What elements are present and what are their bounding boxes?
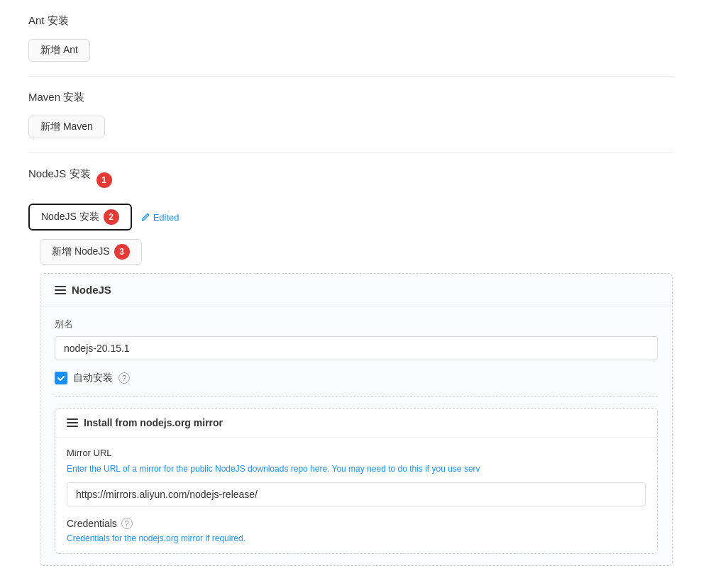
credentials-label-text: Credentials — [67, 518, 117, 529]
mirror-url-label: Mirror URL — [67, 448, 646, 458]
credentials-label-row: Credentials ? — [67, 518, 646, 529]
mirror-card-header: Install from nodejs.org mirror — [55, 409, 657, 438]
mirror-card-body: Mirror URL Enter the URL of a mirror for… — [55, 438, 657, 553]
nodejs-section-title-row: NodeJS 安装 1 — [28, 167, 673, 192]
add-nodejs-label: 新增 NodeJS — [52, 245, 110, 258]
check-icon — [57, 374, 65, 382]
auto-install-row: 自动安装 ? — [55, 372, 658, 396]
mirror-url-help: Enter the URL of a mirror for the public… — [67, 462, 646, 475]
auto-install-help-icon[interactable]: ? — [118, 372, 130, 384]
add-nodejs-row: 新增 NodeJS 3 — [40, 239, 673, 265]
nodejs-card-panel: NodeJS 别名 自动安装 ? — [40, 273, 673, 566]
add-nodejs-badge: 3 — [114, 244, 130, 260]
mirror-card-title: Install from nodejs.org mirror — [84, 417, 223, 428]
maven-section: Maven 安装 新增 Maven — [28, 77, 673, 153]
edited-label[interactable]: Edited — [140, 212, 180, 223]
nodejs-section-title: NodeJS 安装 — [28, 167, 91, 181]
mirror-url-input[interactable] — [67, 482, 646, 506]
edit-icon — [140, 212, 150, 222]
nodejs-card-title: NodeJS — [72, 284, 111, 296]
ant-section-title: Ant 安装 — [28, 14, 673, 28]
ant-section: Ant 安装 新增 Ant — [28, 0, 673, 77]
nodejs-section-badge: 1 — [96, 172, 112, 188]
credentials-help-icon[interactable]: ? — [121, 518, 133, 529]
mirror-drag-handle-icon[interactable] — [67, 418, 78, 427]
auto-install-label: 自动安装 — [73, 372, 113, 384]
nodejs-tabs-row: NodeJS 安装 2 Edited — [28, 204, 673, 231]
auto-install-checkbox[interactable] — [55, 372, 67, 384]
add-maven-button[interactable]: 新增 Maven — [28, 116, 105, 138]
credentials-help-text: Credentials for the nodejs.org mirror if… — [67, 533, 646, 543]
add-ant-button[interactable]: 新增 Ant — [28, 39, 90, 62]
nodejs-card-header: NodeJS — [40, 274, 672, 306]
nodejs-card-body: 别名 自动安装 ? — [40, 306, 672, 565]
maven-section-title: Maven 安装 — [28, 91, 673, 104]
edited-text: Edited — [153, 212, 180, 223]
alias-input[interactable] — [55, 336, 658, 360]
nodejs-tab[interactable]: NodeJS 安装 2 — [28, 204, 132, 231]
add-nodejs-button[interactable]: 新增 NodeJS 3 — [40, 239, 142, 265]
nodejs-section: NodeJS 安装 1 NodeJS 安装 2 Edited 新增 NodeJS… — [28, 153, 673, 580]
mirror-card: Install from nodejs.org mirror Mirror UR… — [55, 408, 658, 554]
drag-handle-icon[interactable] — [55, 286, 66, 294]
nodejs-tab-label: NodeJS 安装 — [41, 211, 99, 223]
nodejs-tab-badge: 2 — [104, 209, 119, 225]
alias-label: 别名 — [55, 318, 658, 331]
